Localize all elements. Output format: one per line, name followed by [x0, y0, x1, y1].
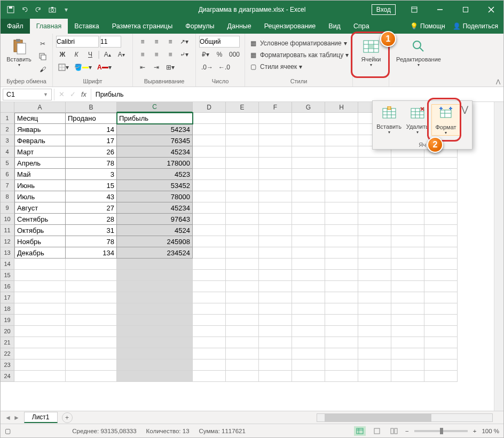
- cell-K24[interactable]: [424, 371, 458, 382]
- font-name-input[interactable]: [56, 36, 99, 48]
- format-cells-button[interactable]: Формат▾: [431, 104, 460, 136]
- insert-cells-button[interactable]: Вставить▾: [375, 104, 403, 135]
- cell-G7[interactable]: [292, 180, 325, 191]
- copy-button[interactable]: [36, 51, 49, 62]
- cell-I24[interactable]: [358, 371, 391, 382]
- cell-I15[interactable]: [358, 270, 391, 281]
- cell-G16[interactable]: [292, 281, 325, 292]
- cell-A11[interactable]: Октябрь: [14, 225, 66, 236]
- wrap-text-button[interactable]: ⤶▾: [178, 49, 191, 60]
- paste-button[interactable]: Вставить▾: [4, 36, 34, 69]
- cell-J23[interactable]: [391, 359, 424, 371]
- cell-A14[interactable]: [14, 259, 66, 270]
- new-sheet-button[interactable]: +: [62, 412, 73, 423]
- horizontal-scrollbar[interactable]: [317, 413, 493, 422]
- formula-input[interactable]: Прибыль: [91, 91, 503, 98]
- cell-K22[interactable]: [424, 348, 458, 359]
- row-header-4[interactable]: 4: [1, 146, 14, 158]
- cell-I5[interactable]: [358, 158, 391, 169]
- cell-H23[interactable]: [325, 359, 358, 371]
- cell-K11[interactable]: [424, 225, 458, 236]
- cell-B11[interactable]: 31: [66, 225, 117, 236]
- cell-G20[interactable]: [292, 326, 325, 337]
- cell-E3[interactable]: [226, 135, 259, 146]
- cell-K5[interactable]: [424, 158, 458, 169]
- tab-home[interactable]: Главная: [30, 19, 68, 34]
- cell-H1[interactable]: [325, 113, 358, 124]
- cell-G3[interactable]: [292, 135, 325, 146]
- row-header-17[interactable]: 17: [1, 292, 14, 303]
- cell-J22[interactable]: [391, 348, 424, 359]
- row-header-1[interactable]: 1: [1, 113, 14, 124]
- cell-D19[interactable]: [193, 315, 226, 326]
- cell-H14[interactable]: [325, 259, 358, 270]
- cell-I16[interactable]: [358, 281, 391, 292]
- cell-A8[interactable]: Июль: [14, 191, 66, 202]
- cell-E5[interactable]: [226, 158, 259, 169]
- decrease-decimal-button[interactable]: ←.0: [216, 61, 232, 73]
- cell-H18[interactable]: [325, 303, 358, 315]
- cell-F6[interactable]: [259, 169, 292, 180]
- zoom-in-button[interactable]: +: [473, 428, 477, 434]
- cell-H9[interactable]: [325, 202, 358, 214]
- cell-F16[interactable]: [259, 281, 292, 292]
- cell-I18[interactable]: [358, 303, 391, 315]
- cell-E2[interactable]: [226, 124, 259, 135]
- col-header-H[interactable]: H: [325, 102, 358, 113]
- cell-A2[interactable]: Январь: [14, 124, 66, 135]
- cell-F4[interactable]: [259, 146, 292, 158]
- col-header-C[interactable]: C: [117, 102, 193, 113]
- cell-D7[interactable]: [193, 180, 226, 191]
- cell-A10[interactable]: Сентябрь: [14, 214, 66, 225]
- cell-G6[interactable]: [292, 169, 325, 180]
- cell-D23[interactable]: [193, 359, 226, 371]
- cell-A3[interactable]: Февраль: [14, 135, 66, 146]
- cell-D22[interactable]: [193, 348, 226, 359]
- cell-J15[interactable]: [391, 270, 424, 281]
- decrease-font-button[interactable]: A▾: [115, 49, 128, 60]
- cell-C2[interactable]: 54234: [117, 124, 193, 135]
- cell-B12[interactable]: 78: [66, 236, 117, 247]
- cell-C11[interactable]: 4524: [117, 225, 193, 236]
- cell-C7[interactable]: 53452: [117, 180, 193, 191]
- row-header-21[interactable]: 21: [1, 337, 14, 348]
- cell-J17[interactable]: [391, 292, 424, 303]
- cell-E18[interactable]: [226, 303, 259, 315]
- cell-D12[interactable]: [193, 236, 226, 247]
- currency-button[interactable]: ₽▾: [199, 49, 212, 60]
- cell-E6[interactable]: [226, 169, 259, 180]
- cell-E13[interactable]: [226, 247, 259, 259]
- cell-C8[interactable]: 78000: [117, 191, 193, 202]
- percent-button[interactable]: %: [213, 49, 226, 60]
- cell-E22[interactable]: [226, 348, 259, 359]
- cell-H10[interactable]: [325, 214, 358, 225]
- cell-F5[interactable]: [259, 158, 292, 169]
- share-button[interactable]: 👤Поделиться: [453, 22, 498, 30]
- cell-C4[interactable]: 45234: [117, 146, 193, 158]
- cell-B19[interactable]: [66, 315, 117, 326]
- cell-G24[interactable]: [292, 371, 325, 382]
- decrease-indent-button[interactable]: ⇤: [136, 61, 149, 73]
- cell-J12[interactable]: [391, 236, 424, 247]
- cell-A6[interactable]: Май: [14, 169, 66, 180]
- col-header-A[interactable]: A: [14, 102, 66, 113]
- row-header-23[interactable]: 23: [1, 359, 14, 371]
- cell-D10[interactable]: [193, 214, 226, 225]
- tab-file[interactable]: Файл: [1, 19, 30, 34]
- cell-B13[interactable]: 134: [66, 247, 117, 259]
- cell-F21[interactable]: [259, 337, 292, 348]
- cell-C24[interactable]: [117, 371, 193, 382]
- cell-A22[interactable]: [14, 348, 66, 359]
- cell-D9[interactable]: [193, 202, 226, 214]
- save-icon[interactable]: [6, 5, 15, 14]
- cell-D5[interactable]: [193, 158, 226, 169]
- cell-A15[interactable]: [14, 270, 66, 281]
- tab-insert[interactable]: Вставка: [68, 19, 105, 34]
- orientation-button[interactable]: ↗▾: [178, 36, 191, 48]
- cell-I14[interactable]: [358, 259, 391, 270]
- cell-H17[interactable]: [325, 292, 358, 303]
- cell-D21[interactable]: [193, 337, 226, 348]
- row-header-18[interactable]: 18: [1, 303, 14, 315]
- cell-F19[interactable]: [259, 315, 292, 326]
- tab-help[interactable]: Спра: [347, 19, 376, 34]
